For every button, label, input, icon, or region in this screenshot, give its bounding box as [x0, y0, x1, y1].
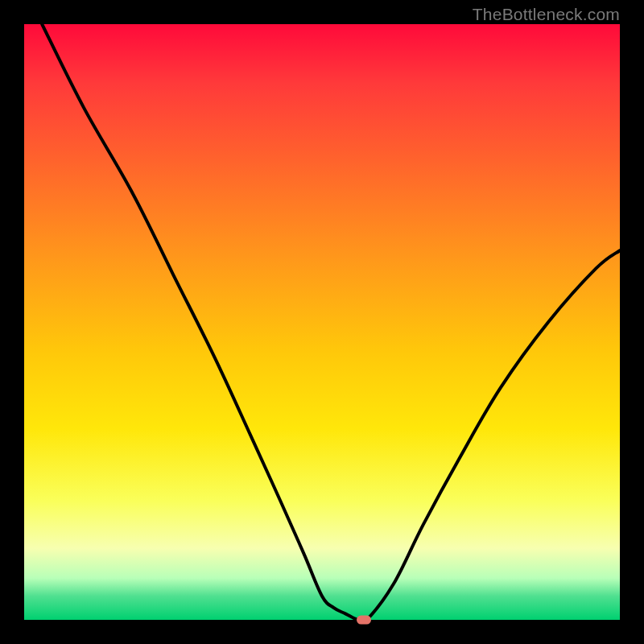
chart-frame: TheBottleneck.com: [0, 0, 644, 644]
bottleneck-curve: [24, 24, 620, 620]
attribution-text: TheBottleneck.com: [473, 5, 620, 24]
plot-area: [24, 24, 620, 620]
curve-path: [42, 24, 620, 620]
optimal-point-marker: [357, 616, 371, 625]
